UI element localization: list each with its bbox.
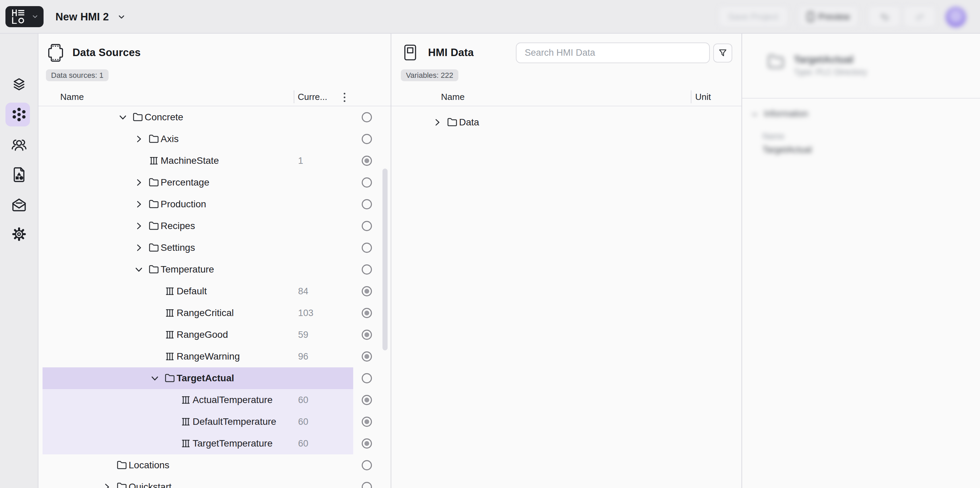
row-label: Locations: [129, 460, 169, 471]
tree-row[interactable]: Default 84: [38, 280, 391, 302]
variable-icon: [149, 156, 159, 166]
tree-row[interactable]: ActualTemperature 60: [38, 389, 391, 411]
expand-chevron-icon[interactable]: [134, 199, 144, 209]
tree-scrollbar[interactable]: [382, 168, 388, 350]
tree-row[interactable]: Percentage: [38, 172, 391, 193]
expand-chevron-icon[interactable]: [134, 221, 144, 231]
expand-chevron-icon[interactable]: [166, 395, 176, 405]
inspector-title: TargetActual: [794, 54, 853, 65]
expand-chevron-icon[interactable]: [134, 134, 144, 144]
tree-row[interactable]: Concrete: [38, 106, 391, 128]
row-type-icon: [181, 417, 191, 427]
row-label: Default: [177, 286, 207, 297]
row-radio[interactable]: [362, 308, 372, 318]
row-radio[interactable]: [362, 177, 372, 188]
hmi-display-icon: [402, 44, 418, 61]
expand-chevron-icon[interactable]: [166, 438, 176, 448]
row-label: Percentage: [161, 177, 209, 188]
column-resizer[interactable]: [691, 90, 692, 103]
row-type-icon: [165, 286, 175, 296]
redo-button[interactable]: [904, 6, 936, 27]
row-current-value: 60: [298, 395, 308, 406]
tree-row[interactable]: Settings: [38, 237, 391, 258]
tree-row[interactable]: Production: [38, 193, 391, 215]
asset-file-icon[interactable]: [11, 166, 27, 183]
expand-chevron-icon[interactable]: [150, 308, 160, 318]
tree-row[interactable]: Recipes: [38, 215, 391, 237]
row-radio[interactable]: [362, 286, 372, 296]
app-logo-menu[interactable]: [5, 6, 43, 27]
row-label: RangeWarning: [177, 351, 240, 362]
expand-chevron-icon[interactable]: [118, 112, 128, 122]
tree-row[interactable]: Quickstart: [38, 476, 391, 488]
data-sources-column-header: Name Curre...: [38, 88, 391, 106]
expand-chevron-icon[interactable]: [134, 242, 144, 253]
expand-chevron-icon[interactable]: [166, 417, 176, 427]
folder-icon: [133, 112, 143, 122]
tree-row[interactable]: RangeCritical 103: [38, 302, 391, 324]
users-icon[interactable]: [11, 137, 27, 153]
row-radio[interactable]: [362, 134, 372, 144]
app-window: New HMI 2 Save Project Preview: [0, 0, 980, 488]
row-radio[interactable]: [362, 156, 372, 166]
row-radio[interactable]: [362, 330, 372, 340]
tree-row[interactable]: TargetActual: [38, 368, 391, 389]
information-section-header[interactable]: Information: [764, 108, 808, 119]
layers-icon[interactable]: [11, 77, 27, 93]
expand-chevron-icon[interactable]: [150, 373, 160, 383]
row-label: Production: [161, 199, 206, 210]
tree-row[interactable]: Data: [391, 111, 741, 133]
row-radio[interactable]: [362, 438, 372, 448]
row-radio[interactable]: [362, 417, 372, 427]
nodes-dots-icon[interactable]: [11, 106, 27, 123]
project-switcher[interactable]: New HMI 2: [56, 0, 126, 34]
row-radio[interactable]: [362, 352, 372, 361]
tree-row[interactable]: Locations: [38, 454, 391, 476]
filter-button[interactable]: [713, 43, 732, 63]
tree-row[interactable]: DefaultTemperature 60: [38, 411, 391, 433]
expand-chevron-icon[interactable]: [150, 352, 160, 361]
hmi-data-tree: Data: [391, 106, 741, 488]
expand-chevron-icon[interactable]: [134, 265, 144, 274]
tree-row[interactable]: Temperature: [38, 258, 391, 280]
device-preview-icon: [807, 11, 814, 22]
field-label: Name: [762, 132, 784, 141]
preview-button[interactable]: Preview: [798, 6, 858, 27]
tree-row[interactable]: Axis: [38, 128, 391, 150]
tree-row[interactable]: RangeGood 59: [38, 324, 391, 345]
section-chevron-icon[interactable]: [750, 110, 759, 119]
tree-row[interactable]: RangeWarning 96: [38, 345, 391, 368]
row-label: Concrete: [145, 112, 183, 123]
data-sources-count-badge: Data sources: 1: [46, 69, 108, 81]
column-resizer[interactable]: [294, 90, 294, 103]
column-unit: Unit: [695, 92, 711, 102]
row-radio[interactable]: [362, 112, 372, 122]
expand-chevron-icon[interactable]: [102, 482, 112, 488]
row-radio[interactable]: [362, 460, 372, 471]
mail-icon[interactable]: [11, 196, 27, 213]
save-project-button[interactable]: Save Project: [718, 6, 788, 27]
row-radio[interactable]: [362, 395, 372, 405]
row-radio[interactable]: [362, 482, 372, 488]
hmi-search-input[interactable]: [516, 43, 710, 63]
row-current-value: 1: [298, 156, 303, 166]
expand-chevron-icon[interactable]: [134, 156, 144, 166]
undo-button[interactable]: [869, 6, 901, 27]
tree-row[interactable]: TargetTemperature 60: [38, 433, 391, 454]
expand-chevron-icon[interactable]: [134, 177, 144, 188]
row-type-icon: [133, 112, 143, 122]
expand-chevron-icon[interactable]: [102, 460, 112, 471]
row-radio[interactable]: [362, 265, 372, 274]
row-radio[interactable]: [362, 242, 372, 253]
user-avatar[interactable]: [946, 7, 966, 27]
settings-gear-icon[interactable]: [11, 226, 27, 242]
expand-chevron-icon[interactable]: [150, 330, 160, 340]
column-options-kebab-icon[interactable]: [339, 90, 350, 104]
row-radio[interactable]: [362, 199, 372, 209]
row-radio[interactable]: [362, 221, 372, 231]
tree-row[interactable]: MachineState 1: [38, 150, 391, 172]
folder-icon: [447, 117, 457, 127]
row-radio[interactable]: [362, 373, 372, 383]
expand-chevron-icon[interactable]: [432, 117, 442, 127]
expand-chevron-icon[interactable]: [150, 286, 160, 296]
